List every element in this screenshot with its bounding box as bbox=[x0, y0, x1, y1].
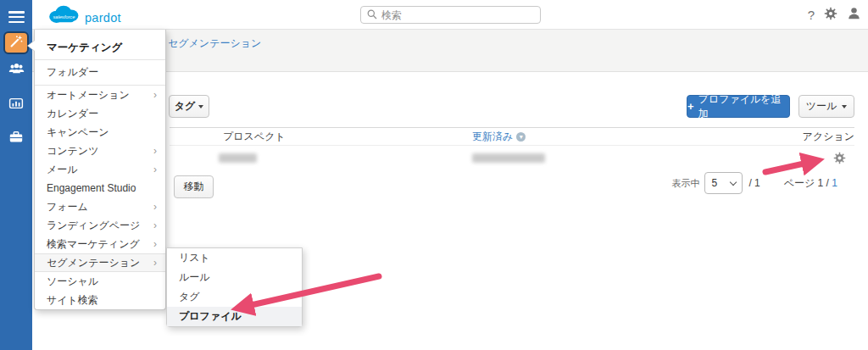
caret-down-icon bbox=[842, 105, 847, 108]
search-input[interactable] bbox=[381, 9, 534, 21]
column-header-updated[interactable]: 更新済み ▾ bbox=[472, 130, 526, 144]
plus-icon: + bbox=[687, 100, 694, 113]
pagination: 表示中 5 / 1 ページ 1 / 1 bbox=[671, 171, 837, 195]
chevron-right-icon: › bbox=[153, 235, 157, 253]
table-row[interactable] bbox=[170, 146, 854, 171]
menu-item-calendar[interactable]: カレンダー bbox=[35, 104, 165, 123]
tag-filter-button[interactable]: タグ bbox=[169, 95, 209, 118]
submenu-item-lists[interactable]: リスト bbox=[167, 248, 302, 268]
table-header-row: プロスペクト 更新済み ▾ アクション bbox=[170, 127, 854, 146]
chevron-right-icon: › bbox=[153, 216, 157, 235]
tools-button[interactable]: ツール bbox=[798, 95, 854, 118]
page-size-total: / 1 bbox=[748, 177, 760, 189]
menu-item-landing-pages[interactable]: ランディングページ› bbox=[35, 216, 165, 235]
menu-item-search-marketing[interactable]: 検索マーケティング› bbox=[35, 235, 165, 253]
menu-item-folders[interactable]: フォルダー bbox=[35, 60, 165, 85]
submenu-item-tags[interactable]: タグ bbox=[167, 287, 302, 307]
caret-down-icon bbox=[198, 105, 203, 108]
breadcrumb[interactable]: セグメンテーション bbox=[168, 36, 261, 51]
top-navbar: salesforce pardot ? bbox=[32, 0, 868, 30]
menu-header: マーケティング bbox=[35, 37, 165, 59]
admin-briefcase-icon bbox=[8, 130, 24, 148]
salesforce-cloud-icon: salesforce bbox=[46, 3, 81, 30]
chevron-right-icon: › bbox=[153, 160, 157, 179]
user-icon[interactable] bbox=[847, 6, 861, 24]
move-button[interactable]: 移動 bbox=[174, 175, 214, 198]
menu-item-automation[interactable]: オートメーション› bbox=[35, 86, 165, 104]
hamburger-menu-icon[interactable] bbox=[8, 11, 25, 24]
segmentation-submenu: リスト ルール タグ プロファイル bbox=[166, 247, 303, 327]
sidebar-item-prospects[interactable] bbox=[8, 62, 25, 79]
menu-item-email[interactable]: メール› bbox=[35, 160, 165, 179]
column-header-actions: アクション bbox=[803, 130, 854, 144]
showing-label: 表示中 bbox=[671, 177, 699, 190]
move-label: 移動 bbox=[184, 180, 204, 194]
sidebar-item-admin[interactable] bbox=[8, 131, 25, 147]
row-actions-gear-icon[interactable] bbox=[833, 152, 846, 168]
sidebar-item-marketing[interactable] bbox=[3, 31, 29, 54]
add-profile-button[interactable]: + プロファイルを追加 bbox=[687, 95, 790, 118]
menu-item-forms[interactable]: フォーム› bbox=[35, 197, 165, 216]
help-icon[interactable]: ? bbox=[808, 8, 815, 22]
svg-text:salesforce: salesforce bbox=[53, 14, 75, 19]
menu-pointer-notch bbox=[28, 41, 35, 51]
menu-item-social[interactable]: ソーシャル bbox=[35, 272, 165, 291]
profiles-table: プロスペクト 更新済み ▾ アクション bbox=[170, 127, 854, 171]
marketing-dropdown-menu: マーケティング フォルダー オートメーション› カレンダー キャンペーン コンテ… bbox=[34, 30, 166, 310]
redacted-prospect-count bbox=[219, 153, 257, 163]
submenu-item-rules[interactable]: ルール bbox=[167, 268, 302, 287]
reports-chart-icon bbox=[8, 96, 24, 114]
page-label: ページ 1 / bbox=[784, 177, 829, 189]
chevron-right-icon: › bbox=[153, 86, 157, 104]
add-profile-label: プロファイルを追加 bbox=[698, 92, 789, 121]
submenu-item-profiles[interactable]: プロファイル bbox=[167, 307, 302, 326]
menu-item-campaigns[interactable]: キャンペーン bbox=[35, 123, 165, 142]
menu-item-content[interactable]: コンテンツ› bbox=[35, 142, 165, 160]
sort-icon: ▾ bbox=[516, 132, 526, 142]
prospects-users-icon bbox=[8, 61, 25, 81]
page-size-select[interactable]: 5 bbox=[704, 172, 743, 194]
settings-gear-icon[interactable] bbox=[824, 7, 837, 24]
tools-label: ツール bbox=[806, 99, 837, 114]
pardot-logo: salesforce pardot bbox=[46, 3, 121, 30]
menu-item-segmentation[interactable]: セグメンテーション› bbox=[35, 253, 165, 272]
search-icon bbox=[367, 8, 377, 23]
sidebar bbox=[0, 0, 32, 350]
marketing-wand-icon bbox=[8, 34, 24, 53]
chevron-down-icon bbox=[730, 178, 737, 185]
tag-filter-label: タグ bbox=[175, 99, 196, 114]
column-header-prospects: プロスペクト bbox=[223, 130, 286, 144]
chevron-right-icon: › bbox=[153, 197, 157, 216]
menu-item-engagement-studio[interactable]: Engagement Studio bbox=[35, 179, 165, 197]
global-search[interactable] bbox=[360, 6, 541, 24]
pardot-wordmark: pardot bbox=[85, 11, 121, 25]
chevron-right-icon: › bbox=[153, 253, 157, 272]
sidebar-item-reports[interactable] bbox=[8, 97, 25, 114]
redacted-updated-date bbox=[472, 153, 545, 163]
menu-item-site-search[interactable]: サイト検索 bbox=[35, 291, 165, 309]
chevron-right-icon: › bbox=[153, 142, 157, 160]
page-link-1[interactable]: 1 bbox=[832, 177, 837, 189]
